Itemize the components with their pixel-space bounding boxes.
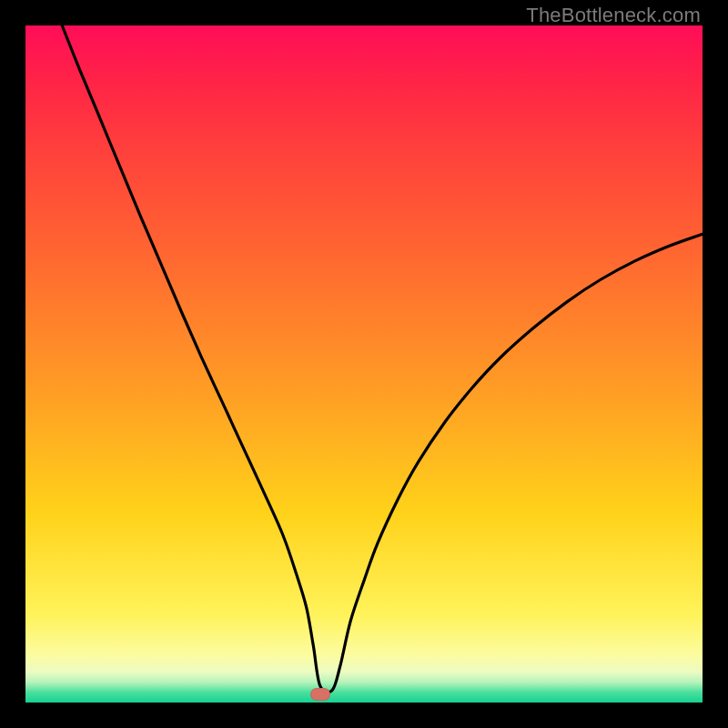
plot-area xyxy=(25,25,703,703)
min-point-marker xyxy=(310,688,330,701)
bottleneck-curve xyxy=(25,25,703,703)
chart-frame: TheBottleneck.com xyxy=(0,0,728,728)
watermark-text: TheBottleneck.com xyxy=(526,4,701,27)
